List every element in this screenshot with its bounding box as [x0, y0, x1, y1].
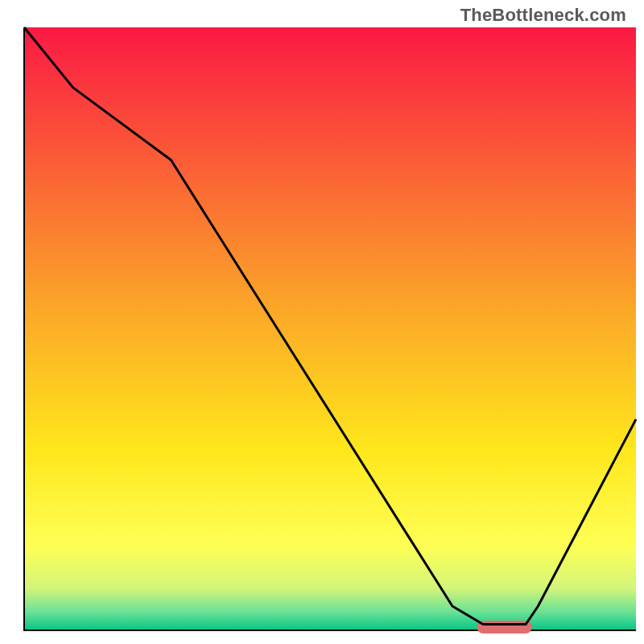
bottleneck-chart	[5, 24, 641, 640]
chart-background-gradient	[24, 27, 636, 630]
plot-area	[24, 27, 636, 634]
optimal-range-marker	[477, 621, 531, 634]
chart-svg	[5, 24, 641, 640]
site-watermark: TheBottleneck.com	[460, 5, 626, 26]
